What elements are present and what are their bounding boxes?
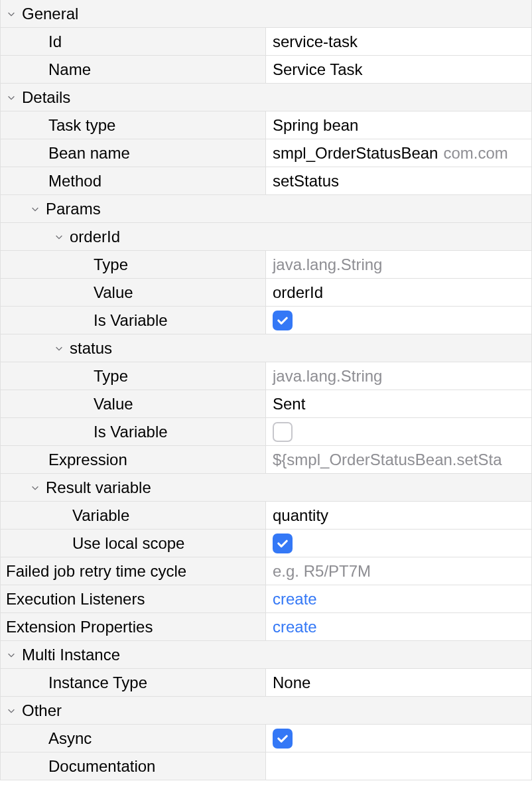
- value-bean-name[interactable]: smpl_OrderStatusBean com.com: [266, 139, 531, 167]
- chevron-down-icon: [54, 343, 64, 354]
- section-label: Other: [22, 701, 62, 720]
- label-failed-job: Failed job retry time cycle: [1, 557, 266, 585]
- chevron-down-icon: [30, 204, 40, 214]
- row-param1-isvar: Is Variable: [1, 307, 531, 334]
- label-expression: Expression: [1, 446, 266, 473]
- section-other-header[interactable]: Other: [1, 697, 531, 725]
- row-result-variable: Variable quantity: [1, 502, 531, 530]
- row-use-local-scope: Use local scope: [1, 530, 531, 557]
- chevron-down-icon: [6, 650, 17, 660]
- label-method: Method: [1, 167, 266, 194]
- row-param2-value: Value Sent: [1, 390, 531, 418]
- value-param2-type: java.lang.String: [266, 362, 531, 390]
- row-documentation: Documentation: [1, 752, 531, 780]
- label-param1-isvar: Is Variable: [1, 307, 266, 334]
- label-result-variable: Variable: [1, 502, 266, 529]
- section-label: Details: [22, 88, 70, 107]
- row-param2-type: Type java.lang.String: [1, 362, 531, 390]
- label-instance-type: Instance Type: [1, 669, 266, 696]
- row-param1-type: Type java.lang.String: [1, 251, 531, 279]
- section-params-header[interactable]: Params: [1, 195, 531, 223]
- properties-panel: General Id service-task Name Service Tas…: [0, 0, 532, 780]
- row-task-type: Task type Spring bean: [1, 111, 531, 139]
- section-param-orderid-header[interactable]: orderId: [1, 223, 531, 251]
- label-param2-isvar: Is Variable: [1, 418, 266, 445]
- label-param1-type: Type: [1, 251, 266, 278]
- section-label: status: [70, 339, 112, 358]
- checkbox-use-local-scope[interactable]: [273, 534, 293, 553]
- value-param1-type: java.lang.String: [266, 251, 531, 278]
- row-id: Id service-task: [1, 28, 531, 56]
- value-expression[interactable]: ${smpl_OrderStatusBean.setSta: [266, 446, 531, 473]
- value-use-local-scope: [266, 530, 531, 557]
- chevron-down-icon: [30, 482, 40, 493]
- chevron-down-icon: [6, 92, 17, 103]
- chevron-down-icon: [6, 9, 17, 19]
- checkbox-param1-isvar[interactable]: [273, 311, 293, 330]
- checkbox-async[interactable]: [273, 729, 293, 749]
- value-failed-job[interactable]: e.g. R5/PT7M: [266, 557, 531, 585]
- label-bean-name: Bean name: [1, 139, 266, 167]
- row-extension-properties: Extension Properties create: [1, 613, 531, 641]
- value-documentation[interactable]: [266, 752, 531, 780]
- label-extension-properties: Extension Properties: [1, 613, 266, 640]
- section-details-header[interactable]: Details: [1, 84, 531, 111]
- value-param1-value[interactable]: orderId: [266, 279, 531, 306]
- section-general-header[interactable]: General: [1, 0, 531, 28]
- value-result-variable[interactable]: quantity: [266, 502, 531, 529]
- value-id[interactable]: service-task: [266, 28, 531, 55]
- value-param2-isvar: [266, 418, 531, 445]
- row-bean-name: Bean name smpl_OrderStatusBean com.com: [1, 139, 531, 167]
- value-async: [266, 725, 531, 752]
- label-param1-value: Value: [1, 279, 266, 306]
- row-method: Method setStatus: [1, 167, 531, 195]
- row-param1-value: Value orderId: [1, 279, 531, 307]
- label-documentation: Documentation: [1, 752, 266, 780]
- value-name[interactable]: Service Task: [266, 56, 531, 83]
- section-result-variable-header[interactable]: Result variable: [1, 474, 531, 502]
- section-label: General: [22, 5, 78, 23]
- label-execution-listeners: Execution Listeners: [1, 585, 266, 612]
- label-task-type: Task type: [1, 111, 266, 139]
- section-label: Params: [46, 200, 101, 218]
- section-label: Result variable: [46, 478, 151, 497]
- checkbox-param2-isvar[interactable]: [273, 422, 293, 442]
- link-execution-listeners-create[interactable]: create: [266, 585, 531, 612]
- row-execution-listeners: Execution Listeners create: [1, 585, 531, 613]
- row-async: Async: [1, 725, 531, 752]
- label-name: Name: [1, 56, 266, 83]
- section-param-status-header[interactable]: status: [1, 334, 531, 362]
- label-async: Async: [1, 725, 266, 752]
- value-task-type[interactable]: Spring bean: [266, 111, 531, 139]
- link-extension-properties-create[interactable]: create: [266, 613, 531, 640]
- section-multi-instance-header[interactable]: Multi Instance: [1, 641, 531, 669]
- section-label: orderId: [70, 228, 120, 246]
- row-name: Name Service Task: [1, 56, 531, 84]
- value-param2-value[interactable]: Sent: [266, 390, 531, 417]
- label-param2-value: Value: [1, 390, 266, 417]
- label-use-local-scope: Use local scope: [1, 530, 266, 557]
- value-method[interactable]: setStatus: [266, 167, 531, 194]
- value-instance-type[interactable]: None: [266, 669, 531, 696]
- row-param2-isvar: Is Variable: [1, 418, 531, 446]
- label-param2-type: Type: [1, 362, 266, 390]
- value-param1-isvar: [266, 307, 531, 334]
- chevron-down-icon: [6, 705, 17, 716]
- label-id: Id: [1, 28, 266, 55]
- row-expression: Expression ${smpl_OrderStatusBean.setSta: [1, 446, 531, 474]
- chevron-down-icon: [54, 232, 64, 242]
- row-failed-job: Failed job retry time cycle e.g. R5/PT7M: [1, 557, 531, 585]
- row-instance-type: Instance Type None: [1, 669, 531, 697]
- section-label: Multi Instance: [22, 646, 120, 664]
